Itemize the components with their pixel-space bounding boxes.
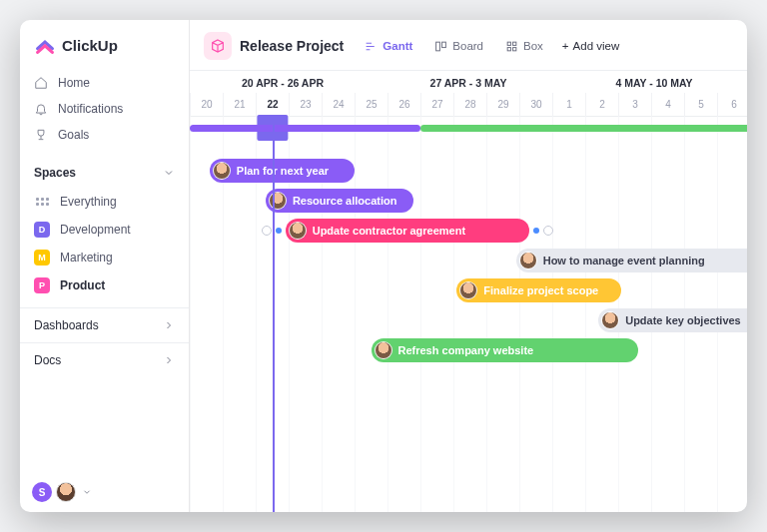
space-badge: D	[34, 222, 50, 238]
gantt-task-bar[interactable]: Plan for next year	[210, 159, 355, 183]
day-header: 5	[684, 93, 717, 117]
box-grid-icon	[505, 40, 518, 53]
gantt-task-bar[interactable]: Update contractor agreement	[286, 219, 529, 243]
brand-logo[interactable]: ClickUp	[20, 20, 189, 68]
nav-label: Home	[58, 76, 90, 90]
section-title: Spaces	[34, 166, 76, 180]
day-header: 23	[289, 93, 322, 117]
add-view-button[interactable]: + Add view	[562, 40, 619, 52]
project-title: Release Project	[240, 38, 344, 54]
dependency-handle[interactable]	[262, 226, 272, 236]
main-panel: Release Project Gantt Board Box + Add vi…	[190, 20, 747, 512]
day-header: 4	[651, 93, 684, 117]
space-item[interactable]: DDevelopment	[20, 216, 189, 244]
task-label: Update key objectives	[625, 314, 741, 326]
nav-goals[interactable]: Goals	[20, 122, 189, 148]
gantt-task-bar[interactable]: Finalize project scope	[456, 278, 621, 302]
nav-notifications[interactable]: Notifications	[20, 96, 189, 122]
day-header: 29	[486, 93, 519, 117]
svg-rect-4	[507, 47, 510, 50]
home-icon	[34, 76, 48, 90]
svg-rect-0	[436, 42, 440, 51]
view-label: Gantt	[383, 40, 412, 52]
section-dashboards[interactable]: Dashboards	[20, 307, 189, 342]
space-label: Development	[60, 223, 131, 237]
space-item[interactable]: Everything	[20, 188, 189, 216]
project-range-bar[interactable]	[420, 125, 747, 132]
assignee-avatar	[519, 252, 537, 269]
user-avatar-photo	[56, 482, 76, 502]
plus-icon: +	[562, 40, 569, 52]
gantt-task-bar[interactable]: Refresh company website	[372, 338, 638, 362]
task-label: How to manage event planning	[543, 255, 705, 266]
gantt-grid: Plan for next yearResource allocationUpd…	[190, 117, 747, 512]
project-icon[interactable]	[204, 32, 232, 60]
space-badge: P	[34, 277, 50, 293]
section-label: Docs	[34, 353, 61, 367]
task-label: Update contractor agreement	[313, 225, 465, 237]
space-label: Product	[60, 278, 105, 292]
svg-rect-5	[513, 47, 516, 50]
gantt-task-bar[interactable]: Update key objectives	[598, 308, 747, 332]
view-label: Box	[523, 40, 543, 52]
space-item[interactable]: MMarketing	[20, 244, 189, 271]
assignee-avatar	[375, 341, 392, 359]
gantt-timeline[interactable]: 20 APR - 26 APR27 APR - 3 MAY4 MAY - 10 …	[190, 70, 747, 512]
assignee-avatar	[459, 281, 477, 299]
section-label: Dashboards	[34, 318, 99, 332]
gantt-task-bar[interactable]: How to manage event planning	[516, 249, 747, 272]
assignee-avatar	[213, 162, 231, 180]
space-item[interactable]: PProduct	[20, 271, 189, 299]
dependency-handle[interactable]	[543, 226, 553, 236]
nav-home[interactable]: Home	[20, 70, 189, 96]
spaces-header[interactable]: Spaces	[20, 156, 189, 188]
date-header: 20 APR - 26 APR27 APR - 3 MAY4 MAY - 10 …	[190, 71, 747, 117]
dependency-handle[interactable]	[533, 228, 539, 234]
everything-icon	[34, 194, 50, 210]
bell-icon	[34, 102, 48, 116]
trophy-icon	[34, 128, 48, 142]
gantt-task-bar[interactable]: Resource allocation	[266, 189, 414, 213]
space-label: Everything	[60, 195, 117, 209]
chevron-right-icon	[163, 354, 175, 366]
day-header: 24	[322, 93, 355, 117]
chevron-down-icon	[163, 167, 175, 179]
day-header: 22TODAY	[256, 93, 289, 117]
chevron-down-icon	[82, 487, 92, 497]
primary-nav: Home Notifications Goals	[20, 68, 189, 156]
user-avatar-initial: S	[32, 482, 52, 502]
chevron-right-icon	[163, 319, 175, 331]
gantt-icon	[365, 40, 378, 53]
day-header: 3	[618, 93, 651, 117]
today-indicator	[273, 117, 275, 512]
dependency-handle[interactable]	[276, 228, 282, 234]
assignee-avatar	[289, 222, 307, 240]
task-label: Resource allocation	[293, 195, 397, 207]
nav-label: Goals	[58, 128, 89, 142]
week-label: 27 APR - 3 MAY	[376, 71, 561, 93]
day-header: 26	[387, 93, 420, 117]
day-header: 21	[223, 93, 256, 117]
sidebar-footer[interactable]: S	[20, 472, 189, 512]
view-tab-box[interactable]: Box	[498, 36, 550, 57]
project-range-bar[interactable]	[190, 125, 420, 132]
space-list: EverythingDDevelopmentMMarketingPProduct	[20, 188, 189, 307]
view-tab-board[interactable]: Board	[427, 36, 490, 57]
assignee-avatar	[601, 311, 619, 329]
day-header: 2	[585, 93, 618, 117]
week-label: 4 MAY - 10 MAY	[561, 71, 747, 93]
day-header: 6	[717, 93, 747, 117]
space-label: Marketing	[60, 251, 113, 265]
view-tab-gantt[interactable]: Gantt	[358, 36, 419, 57]
brand-name: ClickUp	[62, 37, 118, 54]
view-label: Board	[452, 40, 483, 52]
app-window: ClickUp Home Notifications Goals Spaces …	[20, 20, 747, 512]
add-view-label: Add view	[573, 40, 620, 52]
day-header: 25	[355, 93, 387, 117]
nav-label: Notifications	[58, 102, 123, 116]
board-icon	[434, 40, 447, 53]
topbar: Release Project Gantt Board Box + Add vi…	[190, 20, 747, 70]
section-docs[interactable]: Docs	[20, 342, 189, 377]
day-header: 20	[190, 93, 223, 117]
task-label: Finalize project scope	[483, 284, 598, 296]
